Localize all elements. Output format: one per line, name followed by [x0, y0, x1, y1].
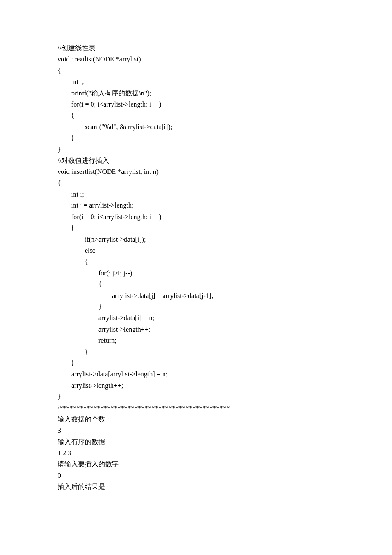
- code-line: 输入有序的数据: [58, 436, 334, 448]
- code-line: }: [58, 133, 334, 144]
- code-line: //对数值进行插入: [58, 155, 334, 166]
- code-line: }: [58, 301, 334, 312]
- code-line: {: [58, 279, 334, 290]
- code-line: 0: [58, 470, 334, 481]
- code-line: for(i = 0; i<arrylist->length; i++): [58, 211, 334, 223]
- code-line: arrylist->data[arrylist->length] = n;: [58, 369, 334, 380]
- code-line: void creatlist(NODE *arrylist): [58, 54, 334, 65]
- code-line: for(i = 0; i<arrylist->length; i++): [58, 99, 334, 110]
- code-line: {: [58, 178, 334, 189]
- code-line: arrylist->data[i] = n;: [58, 312, 334, 324]
- code-line: }: [58, 358, 334, 369]
- code-line: 输入数据的个数: [58, 414, 334, 425]
- code-line: {: [58, 110, 334, 121]
- code-line: arrylist->data[j] = arrylist->data[j-1];: [58, 290, 334, 301]
- code-line: for(; j>i; j--): [58, 268, 334, 279]
- code-line: int j = arrylist->length;: [58, 200, 334, 211]
- code-line: }: [58, 347, 334, 358]
- code-line: int i;: [58, 76, 334, 87]
- code-line: printf("输入有序的数据\n");: [58, 88, 334, 99]
- code-line: void insertlist(NODE *arrylist, int n): [58, 166, 334, 177]
- document-page: //创建线性表 void creatlist(NODE *arrylist) {…: [0, 0, 392, 555]
- code-line: 3: [58, 425, 334, 436]
- code-line: {: [58, 65, 334, 76]
- code-line: scanf("%d", &arrylist->data[i]);: [58, 121, 334, 133]
- code-line: arrylist->length++;: [58, 380, 334, 391]
- code-line: 插入后的结果是: [58, 481, 334, 492]
- code-line: //创建线性表: [58, 43, 334, 54]
- code-line: {: [58, 223, 334, 234]
- code-line: if(n>arrylist->data[i]);: [58, 234, 334, 245]
- code-line: /***************************************…: [58, 403, 334, 414]
- code-line: return;: [58, 335, 334, 346]
- code-line: else: [58, 245, 334, 256]
- code-line: }: [58, 144, 334, 155]
- code-line: {: [58, 256, 334, 267]
- code-line: int i;: [58, 189, 334, 200]
- code-line: 1 2 3: [58, 448, 334, 459]
- code-line: 请输入要插入的数字: [58, 459, 334, 470]
- code-line: arrylist->length++;: [58, 324, 334, 335]
- code-line: }: [58, 391, 334, 402]
